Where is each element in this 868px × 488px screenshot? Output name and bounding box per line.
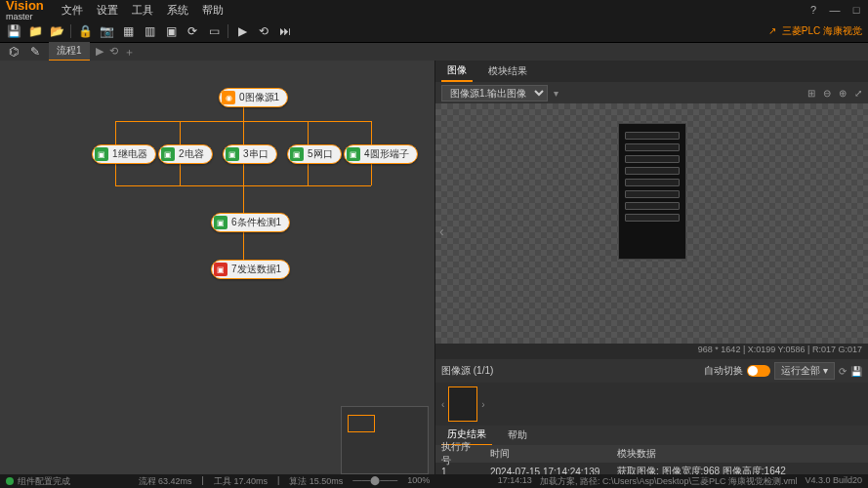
zoom-out-icon[interactable]: ⊖	[823, 88, 831, 99]
step-icon[interactable]: ⏭	[277, 23, 293, 39]
thumbnail[interactable]	[448, 386, 477, 422]
lock-icon[interactable]: 🔒	[77, 23, 93, 39]
node-image-source[interactable]: ◉0图像源1	[219, 88, 288, 107]
node-send-data[interactable]: ▣7发送数据1	[211, 260, 290, 279]
status-version: V4.3.0 Build20	[805, 475, 862, 488]
minimap[interactable]	[341, 406, 429, 474]
status-bar: 组件配置完成 流程 63.42ms | 工具 17.40ms | 算法 15.5…	[0, 474, 868, 488]
tab-module-result[interactable]: 模块结果	[482, 61, 533, 81]
node-round-terminal[interactable]: ▣4圆形端子	[344, 144, 418, 164]
node-netport[interactable]: ▣5网口	[287, 144, 342, 164]
module-icon: ▣	[161, 147, 175, 161]
menu-help[interactable]: 帮助	[202, 3, 224, 18]
open-icon[interactable]: 📁	[27, 23, 43, 39]
flow-tab-1[interactable]: 流程1	[49, 42, 90, 61]
node-relay[interactable]: ▣1继电器	[92, 144, 156, 164]
zoom-in-icon[interactable]: ⊕	[839, 88, 847, 99]
loop-icon[interactable]: ⟳	[839, 366, 847, 377]
col-seq: 执行序号	[435, 440, 484, 468]
col-time: 时间	[484, 447, 611, 461]
auto-switch-label: 自动切换	[704, 364, 743, 378]
hierarchy-icon[interactable]: ⌬	[6, 44, 21, 60]
play-small-icon[interactable]: ▶	[96, 45, 103, 60]
loop-small-icon[interactable]: ⟲	[109, 45, 118, 60]
status-zoom: 100%	[407, 475, 430, 488]
status-message: 组件配置完成	[18, 475, 70, 488]
project-label: 三菱PLC 海康视觉	[782, 24, 862, 38]
menu-tool[interactable]: 工具	[132, 3, 153, 18]
add-icon[interactable]: ⊞	[807, 88, 815, 99]
module-icon: ▣	[226, 147, 239, 161]
zoom-slider[interactable]: ——⬤——	[352, 475, 397, 488]
window-icon[interactable]: ▭	[206, 23, 222, 39]
thumb-next-icon[interactable]: ›	[481, 399, 484, 410]
node-serial[interactable]: ▣3串口	[223, 144, 277, 164]
image-coord-status: 968 * 1642 | X:0199 Y:0586 | R:017 G:017	[435, 344, 868, 359]
refresh-icon[interactable]: ⟳	[185, 23, 200, 39]
node-condition[interactable]: ▣6条件检测1	[211, 213, 290, 232]
run-all-button[interactable]: 运行全部 ▾	[774, 362, 835, 380]
status-ok-icon	[6, 477, 14, 485]
module-icon: ▣	[347, 147, 360, 161]
status-algo-time: 算法 15.50ms	[289, 475, 343, 488]
status-load-path: 加载方案, 路径: C:\Users\Asp\Desktop\三菱PLC 海康视…	[540, 475, 798, 488]
col-data: 模块数据	[611, 447, 868, 461]
module-icon: ▣	[95, 147, 108, 161]
menu-config[interactable]: 设置	[97, 3, 118, 18]
export-icon[interactable]: ↗	[768, 25, 776, 36]
help-icon[interactable]: ?	[807, 4, 819, 16]
preview-image	[618, 123, 686, 260]
status-tool-time: 工具 17.40ms	[214, 475, 268, 488]
status-time: 17:14:13	[498, 475, 532, 488]
camera-icon[interactable]: 📷	[99, 23, 114, 39]
screen-icon[interactable]: ▣	[163, 23, 179, 39]
minimap-viewport[interactable]	[348, 415, 375, 432]
play-icon[interactable]: ▶	[234, 23, 250, 39]
condition-icon: ▣	[214, 216, 227, 229]
menu-system[interactable]: 系统	[167, 3, 188, 18]
image-source-label: 图像源 (1/1)	[441, 364, 493, 378]
image-viewport[interactable]: ‹	[435, 103, 868, 344]
module-icon: ▣	[290, 147, 304, 161]
grid-icon[interactable]: ▦	[120, 23, 136, 39]
flow-canvas[interactable]: ◉0图像源1 ▣1继电器 ▣2电容 ▣3串口 ▣5网口 ▣4圆形端子 ▣6条件检…	[0, 61, 434, 480]
layout-icon[interactable]: ▥	[142, 23, 157, 39]
menu-file[interactable]: 文件	[62, 3, 83, 18]
camera-icon: ◉	[222, 91, 235, 104]
chevron-left-icon[interactable]: ‹	[439, 224, 444, 239]
loop-icon[interactable]: ⟲	[256, 23, 271, 39]
wand-icon[interactable]: ✎	[27, 44, 43, 60]
image-output-select[interactable]: 图像源1.输出图像	[441, 85, 548, 102]
status-flow-time: 流程 63.42ms	[139, 475, 192, 488]
node-capacitor[interactable]: ▣2电容	[158, 144, 213, 164]
folder-icon[interactable]: 📂	[49, 23, 64, 39]
maximize-icon[interactable]: □	[850, 4, 862, 16]
add-tab-icon[interactable]: ＋	[124, 45, 135, 60]
send-icon: ▣	[214, 263, 227, 276]
app-logo: Vision master	[6, 0, 48, 21]
save-icon[interactable]: 💾	[850, 366, 862, 377]
main-menu: 文件 设置 工具 系统 帮助	[62, 3, 224, 18]
minimize-icon[interactable]: —	[829, 4, 841, 16]
save-icon[interactable]: 💾	[6, 23, 21, 39]
tab-help[interactable]: 帮助	[502, 426, 533, 445]
thumb-prev-icon[interactable]: ‹	[441, 399, 444, 410]
tab-image[interactable]: 图像	[441, 61, 473, 82]
expand-icon[interactable]: ⤢	[854, 88, 862, 99]
auto-switch-toggle[interactable]	[747, 365, 770, 377]
